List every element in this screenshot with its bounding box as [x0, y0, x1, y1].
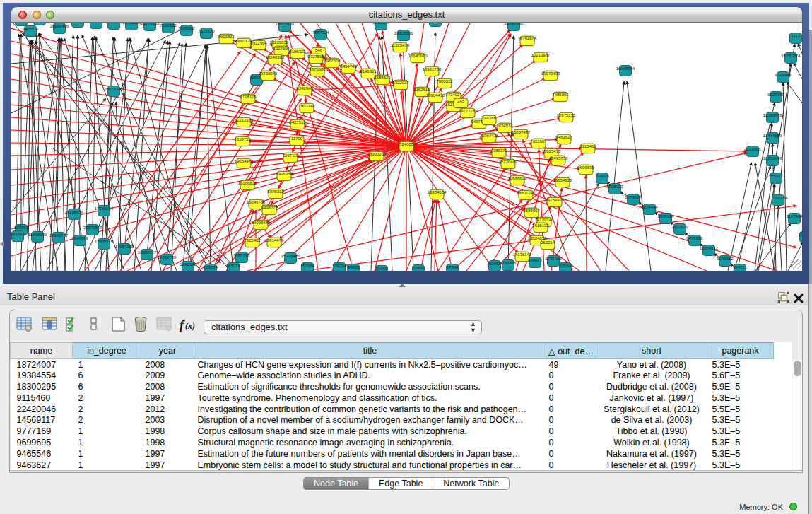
svg-text:8186323: 8186323	[289, 49, 306, 54]
svg-text:23226058: 23226058	[270, 40, 289, 45]
svg-text:120634: 120634	[799, 233, 802, 237]
svg-text:8454749: 8454749	[340, 64, 357, 69]
svg-text:7515520: 7515520	[160, 23, 177, 28]
svg-text:12942757: 12942757	[49, 233, 69, 238]
svg-text:1527602: 1527602	[88, 23, 105, 23]
svg-text:15751074: 15751074	[782, 54, 801, 58]
svg-text:17016504: 17016504	[769, 196, 788, 200]
svg-text:8938923: 8938923	[606, 185, 623, 189]
svg-text:12093872: 12093872	[763, 113, 782, 117]
svg-text:1144319: 1144319	[72, 236, 89, 240]
svg-text:20691406: 20691406	[50, 24, 69, 28]
svg-text:(x): (x)	[185, 321, 195, 331]
svg-text:20053346: 20053346	[105, 87, 124, 91]
svg-text:9699695: 9699695	[577, 165, 594, 170]
svg-text:2967608: 2967608	[324, 59, 341, 63]
svg-text:1935359: 1935359	[276, 172, 293, 176]
svg-text:19654985: 19654985	[235, 159, 254, 163]
svg-text:19654923: 19654923	[553, 178, 572, 182]
svg-text:9463627: 9463627	[555, 135, 572, 139]
svg-text:19218506: 19218506	[394, 31, 413, 35]
svg-text:19777169: 19777169	[459, 109, 478, 113]
svg-text:7632621: 7632621	[671, 225, 688, 229]
svg-text:7485003: 7485003	[552, 93, 569, 97]
svg-text:14120746: 14120746	[535, 218, 554, 222]
svg-text:129234: 129234	[204, 265, 218, 269]
svg-text:252214: 252214	[541, 240, 555, 245]
svg-text:924501: 924501	[733, 265, 748, 269]
svg-text:17957255: 17957255	[115, 245, 134, 249]
svg-text:10719185: 10719185	[122, 23, 141, 25]
svg-text:14136141: 14136141	[513, 252, 532, 257]
svg-text:7857224: 7857224	[312, 30, 329, 35]
svg-text:8322037: 8322037	[392, 81, 409, 85]
svg-text:7663822: 7663822	[178, 26, 195, 30]
svg-text:17334: 17334	[447, 265, 459, 269]
svg-text:8471626: 8471626	[686, 236, 703, 240]
svg-text:11700: 11700	[291, 136, 303, 141]
svg-text:1292346: 1292346	[180, 262, 196, 267]
svg-text:9584067: 9584067	[523, 209, 540, 213]
svg-text:1615132: 1615132	[532, 223, 549, 228]
svg-text:64099489: 64099489	[252, 221, 271, 225]
svg-text:18807249: 18807249	[517, 191, 536, 195]
svg-text:16053809: 16053809	[276, 23, 295, 26]
svg-text:1167534: 1167534	[787, 214, 802, 218]
svg-text:1112: 1112	[792, 34, 801, 38]
svg-text:16782759: 16782759	[158, 255, 177, 259]
svg-text:12213383: 12213383	[235, 118, 254, 122]
svg-text:10654112: 10654112	[700, 246, 719, 250]
svg-text:3624514: 3624514	[496, 124, 513, 128]
svg-text:20387682: 20387682	[505, 23, 524, 25]
svg-text:92450: 92450	[413, 266, 425, 270]
svg-text:16046788: 16046788	[247, 200, 266, 204]
svg-text:9327508: 9327508	[273, 47, 290, 51]
svg-text:9874444: 9874444	[641, 205, 658, 209]
svg-text:9115460: 9115460	[580, 144, 597, 148]
svg-text:9245012: 9245012	[717, 257, 734, 261]
svg-text:19166827: 19166827	[238, 181, 257, 185]
svg-text:19384554: 19384554	[428, 190, 447, 194]
svg-text:1733426: 1733426	[545, 257, 562, 261]
svg-text:9498222: 9498222	[261, 206, 278, 210]
svg-text:10654: 10654	[560, 264, 572, 268]
svg-text:9327508: 9327508	[307, 54, 324, 59]
svg-text:17240057: 17240057	[397, 142, 416, 146]
svg-text:16961758: 16961758	[423, 67, 442, 71]
svg-text:10025438: 10025438	[542, 149, 561, 153]
svg-text:1162615: 1162615	[414, 88, 431, 92]
svg-text:2803144: 2803144	[298, 104, 315, 108]
svg-text:1733426: 1733426	[500, 261, 517, 265]
svg-text:8427512: 8427512	[289, 120, 306, 124]
svg-text:23420046: 23420046	[259, 71, 278, 76]
svg-text:6879197: 6879197	[625, 195, 642, 199]
svg-text:20364436: 20364436	[480, 134, 499, 138]
svg-text:16914479: 16914479	[265, 238, 284, 243]
svg-text:7663822: 7663822	[218, 35, 235, 39]
svg-text:3215955: 3215955	[744, 147, 761, 151]
svg-text:15892371: 15892371	[767, 174, 786, 178]
svg-text:3875685: 3875685	[309, 67, 326, 71]
svg-text:12213987: 12213987	[531, 53, 551, 57]
svg-text:104923: 104923	[528, 258, 543, 262]
svg-text:9146821: 9146821	[360, 69, 377, 74]
svg-text:746266: 746266	[482, 116, 497, 120]
svg-text:9657791: 9657791	[233, 253, 250, 257]
svg-text:164095: 164095	[595, 174, 610, 178]
svg-text:7955812: 7955812	[436, 79, 453, 83]
svg-text:16640910: 16640910	[408, 54, 428, 58]
svg-text:33975867: 33975867	[83, 226, 102, 230]
svg-text:19756928: 19756928	[546, 198, 565, 202]
svg-text:1588520: 1588520	[374, 76, 391, 80]
svg-text:835001: 835001	[14, 226, 29, 230]
svg-text:16154808: 16154808	[518, 37, 537, 41]
svg-text:546: 546	[315, 48, 323, 52]
svg-text:11568659: 11568659	[28, 233, 47, 237]
svg-text:16210643: 16210643	[763, 156, 782, 160]
svg-text:10807487: 10807487	[512, 130, 531, 134]
svg-text:92450: 92450	[376, 267, 388, 271]
svg-text:8813054: 8813054	[372, 23, 389, 25]
svg-text:18300295: 18300295	[367, 152, 387, 156]
svg-text:10923: 10923	[348, 265, 360, 269]
svg-text:9242848: 9242848	[296, 86, 313, 90]
